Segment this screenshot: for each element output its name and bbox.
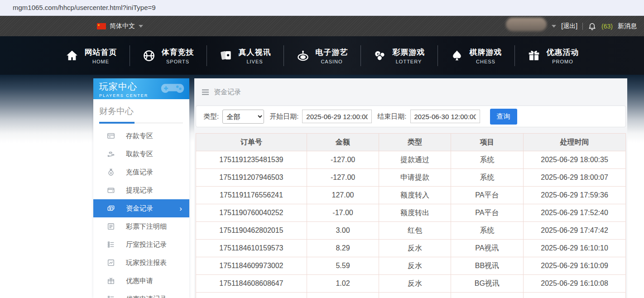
sidebar-item-hall-bet-records[interactable]: 厅室投注记录	[93, 236, 189, 254]
sidebar-section: 财务中心	[93, 99, 189, 123]
bell-icon[interactable]	[588, 22, 596, 30]
sidebar-item-label: 玩家投注报表	[126, 259, 167, 267]
gamepad-icon	[159, 81, 187, 97]
table-cell: 127.00	[307, 187, 379, 204]
nav-sublabel: LIVES	[239, 59, 271, 64]
lottery-balls-icon	[373, 49, 387, 62]
table-cell: 系统	[451, 222, 523, 240]
start-date-input[interactable]	[302, 110, 372, 123]
table-cell: 5.59	[307, 257, 379, 275]
filter-panel: 类型: 全部 开始日期: 结束日期: 查询	[196, 106, 626, 127]
sidebar-item-funds-records[interactable]: 资金记录›	[93, 199, 189, 217]
main-content: 资金记录 类型: 全部 开始日期: 结束日期: 查询 订单号金额类型项目处理时间…	[194, 78, 627, 298]
table-row: 1751191176556241127.00额度转入PA平台2025-06-29…	[196, 187, 626, 204]
new-messages-link[interactable]: 新消息	[618, 22, 637, 30]
sidebar-item-lottery-bet-details[interactable]: 彩票下注明细	[93, 217, 189, 236]
table-row: 17511846101595738.29反水PA视讯2025-06-29 16:…	[196, 240, 626, 257]
sidebar-item-promo-apply-records[interactable]: 优惠申请记录	[93, 290, 189, 298]
table-cell: 1751190760040252	[196, 204, 307, 222]
table-cell	[196, 293, 307, 298]
section-title: 财务中心	[99, 106, 183, 117]
logout-link[interactable]: [退出]	[561, 22, 577, 30]
end-date-label: 结束日期:	[377, 112, 406, 121]
table-cell: PA视讯	[451, 240, 523, 257]
nav-label: 真人视讯	[239, 47, 271, 58]
nav-item-sports[interactable]: 体育竞技SPORTS	[130, 45, 207, 66]
nav-item-casino[interactable]: 电子游艺CASINO	[284, 45, 360, 66]
sidebar-item-label: 彩票下注明细	[126, 222, 167, 231]
table-cell: 反水	[379, 240, 451, 257]
hand-money-icon	[107, 150, 115, 158]
sidebar-item-player-bet-report[interactable]: 玩家投注报表	[93, 254, 189, 272]
type-select[interactable]: 全部	[222, 110, 264, 124]
chart-box-icon	[107, 259, 115, 267]
table-cell: 1751191235481539	[196, 151, 307, 169]
cards-icon	[219, 49, 233, 62]
sidebar-item-deposit-zone[interactable]: 存款专区	[93, 127, 189, 145]
table-row: 17511846099730025.59反水BB视讯2025-06-29 16:…	[196, 257, 626, 275]
language-label: 简体中文	[110, 22, 135, 30]
end-date-input[interactable]	[410, 110, 480, 123]
table-cell: 反水	[379, 275, 451, 293]
nav-label: 电子游艺	[316, 47, 348, 58]
table-cell: 2025-06-29 16:10:10	[524, 240, 626, 257]
sidebar-item-recharge-records[interactable]: 充值记录	[93, 163, 189, 181]
sidebar-item-promo-apply[interactable]: 优惠申请	[93, 272, 189, 290]
nav-label: 彩票游戏	[393, 47, 425, 58]
table-cell	[379, 293, 451, 298]
chevron-right-icon: ›	[179, 205, 182, 212]
table-cell: 2025-06-29 16:10:08	[524, 275, 626, 293]
language-selector[interactable]: 简体中文	[97, 22, 143, 30]
table-cell	[307, 293, 379, 298]
table-cell: PA平台	[451, 204, 523, 222]
nav-item-lives[interactable]: 真人视讯LIVES	[207, 45, 284, 66]
nav-sublabel: SPORTS	[162, 59, 194, 64]
nav-sublabel: LOTTERY	[393, 59, 425, 64]
sidebar-item-label: 充值记录	[126, 168, 153, 177]
sports-ball-icon	[142, 49, 156, 62]
nav-item-home[interactable]: 网站首页HOME	[53, 45, 130, 66]
nav-label: 网站首页	[85, 47, 117, 58]
sidebar-item-label: 资金记录	[126, 204, 153, 213]
table-cell: 系统	[451, 151, 523, 169]
nav-items: 网站首页HOME体育竞技SPORTS真人视讯LIVES电子游艺CASINO彩票游…	[53, 45, 591, 66]
table-cell	[451, 293, 523, 298]
nav-item-chess[interactable]: 棋牌游戏CHESS	[437, 45, 514, 66]
table-cell: 3.00	[307, 222, 379, 240]
message-count[interactable]: (63)	[601, 23, 613, 30]
table-row-partial	[196, 293, 626, 298]
money-bag-icon	[107, 168, 115, 176]
list-icon	[107, 295, 115, 298]
sidebar-header: 玩家中心 PLAYERS CENTER	[93, 78, 189, 99]
nav-item-promo[interactable]: 优惠活动PROMO	[514, 45, 591, 66]
china-flag-icon	[97, 23, 106, 29]
sidebar-item-label: 厅室投注记录	[126, 240, 167, 249]
list-icon	[107, 240, 115, 249]
home-icon	[65, 49, 79, 62]
nav-sublabel: CHESS	[470, 59, 502, 64]
table-row: 17511846086086471.02反水BG视讯2025-06-29 16:…	[196, 275, 626, 293]
wallet-icon	[107, 186, 115, 194]
nav-label: 优惠活动	[547, 47, 579, 58]
table-cell: 2025-06-29 17:47:42	[524, 222, 626, 240]
sidebar-item-label: 优惠申请记录	[126, 295, 167, 298]
nav-label: 棋牌游戏	[470, 47, 502, 58]
account-topbar: 简体中文 [退出] (63) 新消息	[0, 16, 644, 36]
browser-url-bar[interactable]: mgm1065.com/hhcp/usercenter.html?iniType…	[0, 0, 644, 16]
chevron-down-icon[interactable]	[552, 25, 556, 28]
sidebar-item-label: 提现记录	[126, 186, 153, 195]
search-button[interactable]: 查询	[490, 109, 517, 125]
section-rule	[99, 121, 183, 123]
nav-label: 体育竞技	[162, 47, 194, 58]
table-cell: PA平台	[451, 187, 523, 204]
username-redacted[interactable]	[506, 18, 547, 31]
nav-item-lottery[interactable]: 彩票游戏LOTTERY	[360, 45, 437, 66]
page-title: 资金记录	[214, 88, 241, 96]
sidebar: 玩家中心 PLAYERS CENTER 财务中心 存款专区取款专区充值记录提现记…	[93, 78, 189, 298]
roulette-icon	[296, 49, 310, 62]
table-cell: 额度转出	[379, 204, 451, 222]
sidebar-item-withdraw-zone[interactable]: 取款专区	[93, 145, 189, 163]
sidebar-item-label: 存款专区	[126, 132, 153, 140]
sidebar-item-withdraw-records[interactable]: 提现记录	[93, 181, 189, 199]
table-cell: BG视讯	[451, 275, 523, 293]
